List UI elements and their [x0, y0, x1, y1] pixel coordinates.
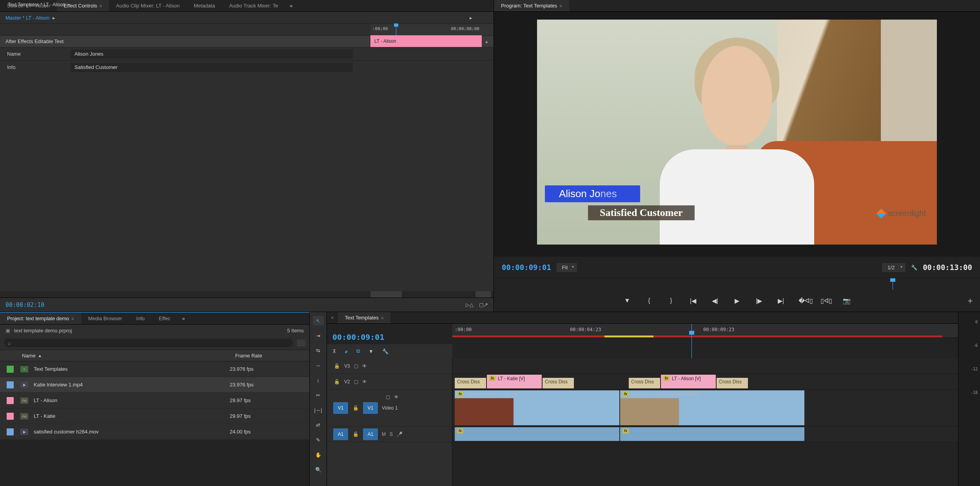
- track-header-v3[interactable]: 🔓 V3 ▢👁: [327, 358, 452, 374]
- goto-arrow-icon[interactable]: ▸: [470, 15, 472, 21]
- mute-icon[interactable]: M: [382, 432, 386, 437]
- play-icon[interactable]: ▶: [733, 297, 741, 305]
- target-track-a1[interactable]: A1: [363, 428, 378, 440]
- settings-wrench-icon[interactable]: 🔧: [911, 265, 917, 270]
- transition-cross-dissolve[interactable]: Cross Diss: [629, 378, 660, 388]
- track-select-forward-tool-icon[interactable]: ⇥: [313, 331, 324, 340]
- tab-program[interactable]: Program: Text Templates ≡: [494, 0, 569, 11]
- panel-menu-icon[interactable]: ≡: [381, 316, 383, 320]
- tab-metadata[interactable]: Metadata: [187, 0, 222, 11]
- tab-media-browser[interactable]: Media Browser: [81, 313, 129, 324]
- toggle-track-output-icon[interactable]: 👁: [362, 363, 367, 369]
- tab-info[interactable]: Info: [129, 313, 152, 324]
- track-header-v2[interactable]: 🔓 V2 ▢👁: [327, 374, 452, 390]
- transition-cross-dissolve[interactable]: Cross Diss: [543, 378, 574, 388]
- panel-menu-icon[interactable]: ≡: [100, 4, 102, 8]
- mark-in-icon[interactable]: ▼: [623, 297, 632, 304]
- zoom-fit-dropdown[interactable]: Fit: [557, 263, 577, 272]
- tab-effects[interactable]: Effec: [152, 313, 177, 324]
- button-editor-add-icon[interactable]: ＋: [966, 295, 975, 306]
- track-header-a1[interactable]: A1 🔓 A1 M S 🎤: [327, 426, 452, 442]
- sync-lock-icon[interactable]: ▢: [386, 394, 390, 400]
- slide-tool-icon[interactable]: ⇄: [313, 420, 324, 430]
- panel-menu-icon[interactable]: ≡: [559, 4, 562, 8]
- mark-in-bracket-icon[interactable]: {: [645, 297, 653, 304]
- audio-meter-panel[interactable]: 0 -6 -12 -18: [958, 312, 980, 486]
- hand-tool-icon[interactable]: ✋: [313, 450, 324, 459]
- tab-audio-track-mixer[interactable]: Audio Track Mixer: Te: [222, 0, 285, 11]
- mark-out-bracket-icon[interactable]: }: [667, 297, 675, 304]
- effect-controls-scrollbar[interactable]: [0, 291, 494, 297]
- program-current-timecode[interactable]: 00:00:09:01: [502, 263, 551, 272]
- marker-icon[interactable]: ▼: [368, 348, 374, 354]
- track-header-v1[interactable]: V1 🔓 V1 Video 1 ▢👁: [327, 390, 452, 426]
- transition-cross-dissolve[interactable]: Cross Diss: [455, 378, 486, 388]
- loop-playback-icon[interactable]: ▷△: [466, 302, 474, 308]
- program-scrubber[interactable]: [494, 278, 980, 290]
- target-track-v1[interactable]: V1: [363, 402, 378, 414]
- lock-icon[interactable]: 🔓: [352, 405, 359, 411]
- sync-lock-icon[interactable]: ▢: [354, 379, 358, 384]
- pen-tool-icon[interactable]: ✎: [313, 435, 324, 444]
- work-area-bar[interactable]: [452, 335, 942, 337]
- zoom-tool-icon[interactable]: 🔍: [313, 465, 324, 474]
- tabs-overflow-icon[interactable]: »: [285, 3, 297, 9]
- clip-satisfied-customer[interactable]: fxsatisfied customer h264.mov [V]: [620, 390, 804, 425]
- audio-clip[interactable]: fx: [455, 427, 619, 441]
- go-to-out-icon[interactable]: ▶|: [777, 297, 785, 305]
- extract-icon[interactable]: ▯ᐊ▯: [820, 297, 829, 305]
- effect-mini-timeline[interactable]: :00;00 00;00;08;00: [0, 24, 494, 35]
- selection-tool-icon[interactable]: ↖: [313, 316, 324, 325]
- source-patch-a1[interactable]: A1: [333, 428, 348, 440]
- program-viewport[interactable]: Alison Jones Satisfied Customer screenli…: [494, 12, 980, 257]
- lift-icon[interactable]: �ᐊ▯: [799, 297, 807, 305]
- go-to-in-icon[interactable]: |◀: [689, 297, 697, 305]
- ripple-edit-tool-icon[interactable]: ⇆: [313, 346, 324, 355]
- tab-sequence[interactable]: Text Templates ≡: [338, 312, 391, 323]
- program-playhead[interactable]: [893, 278, 893, 290]
- rate-stretch-tool-icon[interactable]: ↕: [313, 375, 324, 385]
- track-v2[interactable]: Cross Diss fxLT - Katie [V] Cross Diss C…: [452, 374, 958, 390]
- slip-tool-icon[interactable]: |↔|: [313, 405, 324, 415]
- nest-toggle-icon[interactable]: ⊼: [332, 348, 336, 354]
- snap-icon[interactable]: ⸙: [345, 348, 348, 354]
- tabs-overflow-icon[interactable]: »: [177, 316, 189, 321]
- audio-clip[interactable]: fx: [620, 427, 804, 441]
- timeline-timecode[interactable]: 00:00:09:01: [332, 332, 384, 342]
- rolling-edit-tool-icon[interactable]: ↔: [313, 361, 324, 370]
- razor-tool-icon[interactable]: ✂: [313, 390, 324, 400]
- effect-clip-bar[interactable]: LT - Alison: [370, 35, 482, 47]
- tab-audio-clip-mixer[interactable]: Audio Clip Mixer: LT - Alison: [109, 0, 187, 11]
- section-collapse-icon[interactable]: ▴: [485, 38, 488, 44]
- timeline-tracks-area[interactable]: Cross Diss fxLT - Katie [V] Cross Diss C…: [452, 358, 958, 486]
- step-back-icon[interactable]: ◀|: [711, 297, 719, 305]
- toggle-track-output-icon[interactable]: 👁: [394, 394, 399, 400]
- close-sequence-icon[interactable]: ×: [327, 315, 338, 321]
- voice-over-record-icon[interactable]: 🎤: [397, 432, 403, 437]
- timeline-settings-wrench-icon[interactable]: 🔧: [382, 348, 388, 354]
- clip-lt-katie[interactable]: fxLT - Katie [V]: [487, 375, 542, 388]
- track-a1[interactable]: fx fx: [452, 426, 958, 442]
- playback-resolution-dropdown[interactable]: 1/2: [882, 263, 906, 272]
- linked-selection-icon[interactable]: ⧉: [356, 348, 360, 354]
- track-v3[interactable]: [452, 358, 958, 374]
- source-patch-v1[interactable]: V1: [333, 402, 348, 414]
- lock-icon[interactable]: 🔓: [333, 379, 340, 384]
- sync-lock-icon[interactable]: ▢: [354, 363, 358, 369]
- export-frame-icon[interactable]: ▢↗: [479, 302, 488, 308]
- timeline-ruler[interactable]: :00:00 00:00:04:23 00:00:09:23: [452, 324, 958, 338]
- clip-lt-alison[interactable]: fxLT - Alison [V]: [661, 375, 716, 388]
- transition-cross-dissolve[interactable]: Cross Diss: [717, 378, 748, 388]
- panel-menu-icon[interactable]: ≡: [71, 316, 74, 321]
- mini-timeline-playhead[interactable]: [396, 24, 396, 35]
- export-frame-icon[interactable]: 📷: [842, 297, 851, 305]
- toggle-track-output-icon[interactable]: 👁: [362, 379, 367, 384]
- col-frame-rate[interactable]: Frame Rate: [232, 353, 309, 359]
- name-input[interactable]: Alison Jones: [71, 49, 353, 59]
- solo-icon[interactable]: S: [390, 432, 393, 437]
- lock-icon[interactable]: 🔓: [333, 363, 340, 369]
- new-bin-icon[interactable]: [297, 339, 305, 346]
- track-v1[interactable]: fxKatie Interview 1.mp4 [V] fxsatisfied …: [452, 390, 958, 426]
- info-input[interactable]: Satisfied Customer: [71, 63, 353, 72]
- clip-katie-interview[interactable]: fxKatie Interview 1.mp4 [V]: [455, 390, 619, 425]
